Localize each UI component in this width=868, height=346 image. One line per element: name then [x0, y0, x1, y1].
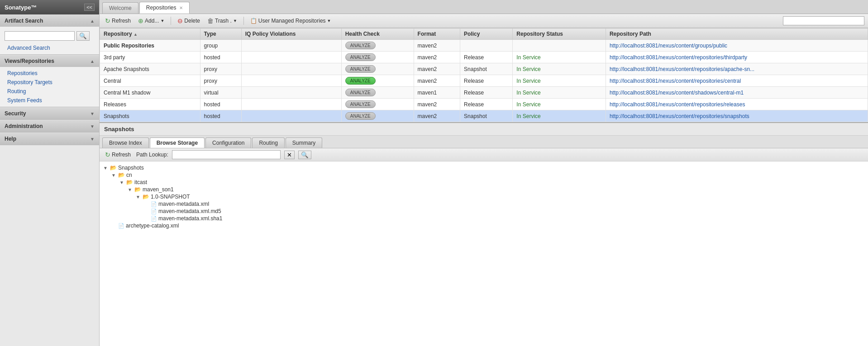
tree-expand-icon[interactable]: ▼: [127, 187, 133, 192]
path-search-button[interactable]: 🔍: [298, 151, 311, 159]
repository-table: Repository ▲ Type IQ Policy Violations H…: [100, 28, 868, 122]
sidebar-item-repository-targets[interactable]: Repository Targets: [0, 78, 99, 87]
artifact-search-input[interactable]: [5, 31, 75, 41]
analyze-button[interactable]: ANALYZE: [345, 112, 376, 120]
repo-path[interactable]: http://localhost:8081/nexus/content/repo…: [606, 99, 868, 110]
tree-node[interactable]: ▼📂1.0-SNAPSHOT: [135, 193, 865, 200]
folder-open-icon: 📂: [143, 194, 149, 200]
refresh-button[interactable]: ↻ Refresh: [103, 16, 133, 25]
repo-type: hosted: [200, 52, 241, 63]
tree-node[interactable]: ▼📂cn: [110, 171, 865, 179]
repo-health[interactable]: ANALYZE: [341, 40, 414, 52]
sidebar-collapse-button[interactable]: <<: [84, 4, 95, 11]
administration-header[interactable]: Administration ▼: [0, 120, 99, 132]
artifact-search-button[interactable]: 🔍: [76, 31, 90, 41]
repo-health[interactable]: ANALYZE: [341, 52, 414, 63]
repo-iq: [241, 99, 341, 110]
analyze-button[interactable]: ANALYZE: [345, 77, 376, 85]
tab-browse-index[interactable]: Browse Index: [102, 137, 149, 148]
tab-browse-storage[interactable]: Browse Storage: [150, 137, 205, 148]
analyze-button[interactable]: ANALYZE: [345, 53, 376, 61]
security-section: Security ▼: [0, 107, 99, 120]
repo-format: maven2: [414, 40, 460, 52]
tab-routing[interactable]: Routing: [252, 137, 284, 148]
repo-path[interactable]: http://localhost:8081/nexus/content/shad…: [606, 87, 868, 99]
tree-expand-icon[interactable]: ▼: [119, 180, 125, 185]
tab-welcome[interactable]: Welcome: [102, 2, 138, 14]
table-row[interactable]: Apache SnapshotsproxyANALYZEmaven2Snapsh…: [100, 63, 868, 75]
tab-repositories-close[interactable]: ✕: [179, 5, 183, 10]
add-button[interactable]: ⊕ Add... ▼: [136, 16, 166, 25]
help-arrow: ▼: [90, 137, 95, 142]
tree-expand-icon[interactable]: ▼: [110, 173, 117, 178]
repo-health[interactable]: ANALYZE: [341, 63, 414, 75]
search-box: 🔍: [0, 28, 99, 43]
user-managed-button[interactable]: 📋 User Managed Repositories ▼: [248, 17, 333, 25]
table-row[interactable]: CentralproxyANALYZEmaven2ReleaseIn Servi…: [100, 75, 868, 87]
sidebar-item-routing[interactable]: Routing: [0, 87, 99, 96]
tree-node[interactable]: ▼📂itcast: [119, 179, 865, 186]
tree-expand-icon[interactable]: ▼: [102, 166, 109, 171]
repo-health[interactable]: ANALYZE: [341, 87, 414, 99]
tab-repositories[interactable]: Repositories ✕: [139, 2, 190, 14]
table-row[interactable]: SnapshotshostedANALYZEmaven2SnapshotIn S…: [100, 110, 868, 122]
tree-label: 1.0-SNAPSHOT: [151, 194, 190, 200]
views-repositories-header[interactable]: Views/Repositories ▲: [0, 55, 99, 67]
repo-path[interactable]: http://localhost:8081/nexus/content/repo…: [606, 63, 868, 75]
repo-name: Releases: [100, 99, 200, 110]
repo-format: maven2: [414, 63, 460, 75]
repo-policy: Release: [460, 87, 513, 99]
tree-label: Snapshots: [118, 165, 144, 171]
toolbar-search-input[interactable]: [783, 16, 864, 25]
sidebar-item-system-feeds[interactable]: System Feeds: [0, 96, 99, 105]
tree-node[interactable]: 📄maven-metadata.xml.sha1: [143, 215, 865, 222]
analyze-button[interactable]: ANALYZE: [345, 100, 376, 108]
repo-path[interactable]: http://localhost:8081/nexus/content/repo…: [606, 75, 868, 87]
path-lookup-label: Path Lookup:: [136, 152, 168, 158]
security-header[interactable]: Security ▼: [0, 107, 99, 119]
tree-node[interactable]: 📄maven-metadata.xml: [143, 200, 865, 208]
tree-node[interactable]: ▼📂maven_son1: [127, 186, 865, 193]
table-row[interactable]: Public RepositoriesgroupANALYZEmaven2htt…: [100, 40, 868, 52]
table-row[interactable]: 3rd partyhostedANALYZEmaven2ReleaseIn Se…: [100, 52, 868, 63]
tab-configuration[interactable]: Configuration: [205, 137, 251, 148]
table-row[interactable]: ReleaseshostedANALYZEmaven2ReleaseIn Ser…: [100, 99, 868, 110]
analyze-button[interactable]: ANALYZE: [345, 89, 376, 96]
delete-button[interactable]: ⊖ Delete: [176, 16, 202, 25]
tree-node[interactable]: ▼📂Snapshots: [102, 164, 865, 171]
repo-health[interactable]: ANALYZE: [341, 75, 414, 87]
tree-node[interactable]: 📄archetype-catalog.xml: [110, 222, 865, 229]
file-icon: 📄: [151, 201, 157, 207]
help-header[interactable]: Help ▼: [0, 133, 99, 145]
repo-name: Public Repositories: [100, 40, 200, 52]
bottom-panel: Snapshots Browse Index Browse Storage Co…: [100, 123, 868, 346]
table-row[interactable]: Central M1 shadowvirtualANALYZEmaven1Rel…: [100, 87, 868, 99]
views-repositories-section: Views/Repositories ▲ Repositories Reposi…: [0, 55, 99, 107]
panel-refresh-button[interactable]: ↻ Refresh: [103, 150, 133, 159]
repo-iq: [241, 110, 341, 122]
advanced-search-link[interactable]: Advanced Search: [0, 43, 99, 52]
repo-path[interactable]: http://localhost:8081/nexus/content/grou…: [606, 40, 868, 52]
repo-health[interactable]: ANALYZE: [341, 110, 414, 122]
path-clear-button[interactable]: ✕: [284, 151, 295, 159]
analyze-button[interactable]: ANALYZE: [345, 65, 376, 73]
tree-expand-icon[interactable]: ▼: [135, 194, 141, 199]
security-arrow: ▼: [90, 111, 95, 116]
views-repositories-content: Repositories Repository Targets Routing …: [0, 67, 99, 107]
repo-status: In Service: [513, 63, 606, 75]
repo-path[interactable]: http://localhost:8081/nexus/content/repo…: [606, 110, 868, 122]
sidebar-item-repositories[interactable]: Repositories: [0, 69, 99, 78]
tree-node[interactable]: 📄maven-metadata.xml.md5: [143, 208, 865, 215]
artifact-search-header[interactable]: Artifact Search ▲: [0, 14, 99, 27]
repo-status: In Service: [513, 87, 606, 99]
repo-path[interactable]: http://localhost:8081/nexus/content/repo…: [606, 52, 868, 63]
repo-health[interactable]: ANALYZE: [341, 99, 414, 110]
analyze-button[interactable]: ANALYZE: [345, 42, 376, 49]
administration-section: Administration ▼: [0, 120, 99, 133]
tab-summary[interactable]: Summary: [286, 137, 322, 148]
trash-button[interactable]: 🗑 Trash . ▼: [205, 16, 239, 25]
user-managed-dropdown-arrow: ▼: [327, 19, 331, 23]
path-lookup-input[interactable]: [172, 150, 281, 159]
tree-children: ▼📂cn▼📂itcast▼📂maven_son1▼📂1.0-SNAPSHOT 📄…: [110, 171, 865, 229]
app-title: Sonatype™: [5, 4, 37, 11]
